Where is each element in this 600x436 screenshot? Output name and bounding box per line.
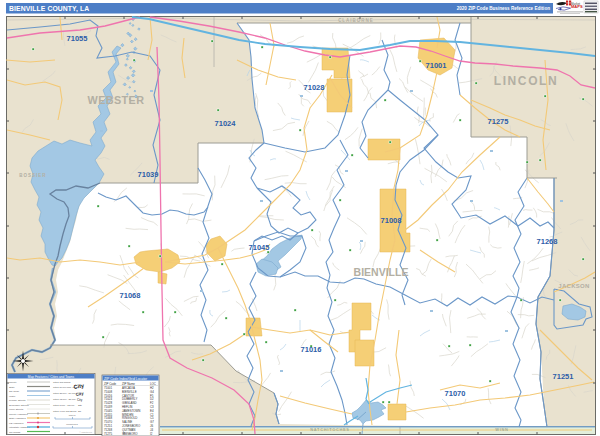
- svg-text:71055: 71055: [67, 34, 88, 43]
- svg-text:71016: 71016: [301, 345, 322, 354]
- svg-text:71008: 71008: [381, 216, 402, 225]
- svg-text:71028: 71028: [304, 83, 325, 92]
- svg-text:City: City: [78, 410, 81, 412]
- svg-text:ZIP Code: ZIP Code: [9, 390, 20, 393]
- svg-text:MAPS: MAPS: [571, 4, 583, 9]
- svg-text:71275: 71275: [104, 432, 112, 436]
- svg-text:ZIP Code Index/Grid Locator: ZIP Code Index/Grid Locator: [104, 377, 148, 381]
- svg-text:State: State: [9, 386, 15, 389]
- svg-text:I2: I2: [150, 432, 153, 436]
- svg-text:2020 ZIP Code Business Referen: 2020 ZIP Code Business Reference Edition: [457, 6, 551, 11]
- svg-text:ZIP Code: ZIP Code: [104, 382, 117, 386]
- svg-text:71068: 71068: [120, 291, 141, 300]
- svg-text:Secondary Streets: Secondary Streets: [9, 404, 29, 407]
- svg-text:Kilometers 8: Kilometers 8: [66, 423, 78, 425]
- svg-text:US Highways: US Highways: [9, 422, 24, 425]
- svg-text:71001: 71001: [426, 61, 447, 70]
- svg-text:Toll Roads: Toll Roads: [9, 431, 21, 434]
- svg-text:71251: 71251: [553, 372, 574, 381]
- svg-text:State Highways: State Highways: [9, 417, 26, 420]
- svg-text:Miles 5: Miles 5: [69, 414, 76, 416]
- svg-text:71045: 71045: [249, 243, 270, 252]
- svg-text:Primary Streets: Primary Streets: [9, 399, 26, 402]
- svg-text:City: City: [77, 398, 83, 402]
- svg-text:Map Features / Cities and Town: Map Features / Cities and Towns: [28, 375, 75, 379]
- svg-text:BOSSIER: BOSSIER: [19, 173, 46, 178]
- svg-text:WINN: WINN: [495, 428, 508, 432]
- svg-text:ZIP Name: ZIP Name: [122, 382, 135, 386]
- svg-text:County: County: [9, 381, 17, 384]
- svg-text:71275: 71275: [488, 117, 509, 126]
- svg-text:BIENVILLE COUNTY, LA: BIENVILLE COUNTY, LA: [9, 5, 89, 13]
- svg-text:JACKSON: JACKSON: [558, 283, 589, 289]
- svg-text:County Highways: County Highways: [9, 413, 28, 416]
- svg-text:Water: Water: [9, 395, 15, 398]
- svg-text:LINCOLN: LINCOLN: [494, 74, 559, 88]
- svg-text:NATCHITOCHES: NATCHITOCHES: [310, 428, 349, 432]
- svg-text:71070: 71070: [445, 389, 466, 398]
- svg-text:WEBSTER: WEBSTER: [88, 94, 145, 106]
- svg-text:LOC: LOC: [150, 382, 156, 386]
- svg-text:© MarketMAPS: © MarketMAPS: [80, 431, 93, 433]
- svg-text:BIENVILLE: BIENVILLE: [354, 266, 409, 278]
- svg-text:71039: 71039: [138, 170, 159, 179]
- svg-text:71024: 71024: [215, 119, 237, 128]
- svg-text:CLAIBORNE: CLAIBORNE: [338, 18, 374, 23]
- svg-text:Cities and Towns: Cities and Towns: [53, 381, 71, 383]
- svg-text:Minor Streets: Minor Streets: [9, 408, 24, 411]
- svg-text:71268: 71268: [537, 237, 558, 246]
